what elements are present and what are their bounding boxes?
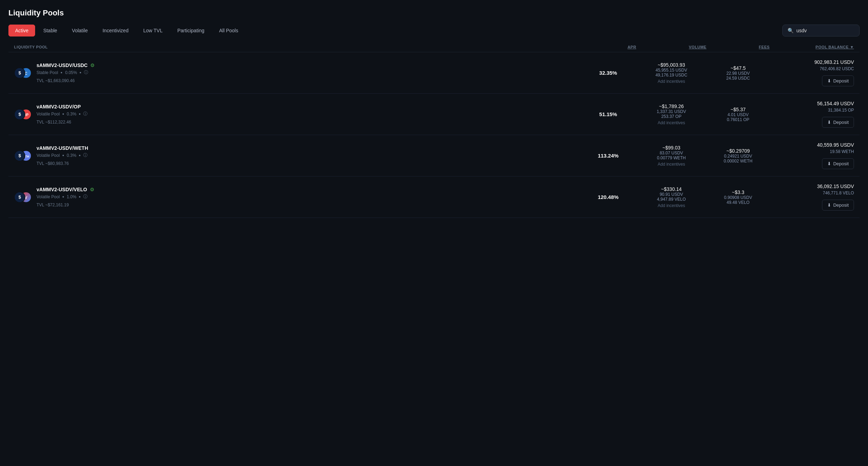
- header-fees[interactable]: FEES: [706, 45, 770, 49]
- pool-balance-cell: 56,154.49 USDV 31,384.15 OP ⬇ Deposit: [770, 101, 854, 128]
- header-pool-balance[interactable]: POOL BALANCE ▼: [770, 45, 854, 49]
- balance-token1: 36,092.15 USDV: [817, 184, 854, 189]
- tabs-and-search-row: Active Stable Volatile Incentivized Low …: [8, 25, 860, 36]
- pool-name-row: vAMMV2-USDV/WETH: [37, 145, 88, 151]
- header-volume[interactable]: VOLUME: [636, 45, 706, 49]
- page-title: Liquidity Pools: [8, 8, 860, 18]
- balance-token2: 31,384.15 OP: [828, 108, 854, 113]
- pool-meta: Volatile Pool 0.3% ⓘ: [37, 111, 87, 117]
- svg-text:$: $: [18, 70, 21, 75]
- fees-token2: 49.48 VELO: [706, 200, 770, 205]
- dot-separator: [80, 72, 81, 73]
- pool-fee: 0.3%: [67, 112, 76, 116]
- search-box: 🔍: [782, 25, 860, 36]
- dot-separator: [63, 113, 64, 115]
- deposit-button[interactable]: ⬇ Deposit: [822, 200, 854, 211]
- table-row: $ C sAMMV2-USDV/USDC ⚙ Stable Pool: [8, 52, 860, 94]
- deposit-icon: ⬇: [827, 78, 831, 84]
- pool-name-group: sAMMV2-USDV/USDC ⚙ Stable Pool 0.05% ⓘ T…: [37, 62, 95, 83]
- volume-cell: ~$99.03 83.07 USDV 0.00779 WETH Add ince…: [636, 145, 706, 167]
- deposit-label: Deposit: [833, 202, 849, 208]
- balance-token1: 902,983.21 USDV: [814, 59, 854, 65]
- tab-all-pools[interactable]: All Pools: [212, 25, 245, 36]
- pool-tvl: TVL ~$80,983.76: [37, 161, 88, 166]
- fees-cell: ~$3.3 0.90908 USDV 49.48 VELO: [706, 189, 770, 205]
- tab-participating[interactable]: Participating: [171, 25, 211, 36]
- pool-name-group: vAMMV2-USDV/WETH Volatile Pool 0.3% ⓘ TV…: [37, 145, 88, 166]
- volume-token1: 90.91 USDV: [636, 192, 706, 197]
- fees-cell: ~$0.29709 0.24921 USDV 0.00002 WETH: [706, 148, 770, 164]
- deposit-icon: ⬇: [827, 202, 831, 208]
- tab-volatile[interactable]: Volatile: [65, 25, 94, 36]
- volume-token2: 49,176.19 USDC: [636, 73, 706, 78]
- token-icon-1: $: [14, 192, 25, 203]
- fees-token1: 0.90908 USDV: [706, 195, 770, 200]
- volume-total: ~$1,789.26: [636, 104, 706, 109]
- deposit-label: Deposit: [833, 78, 849, 84]
- token-icons: $ OP: [14, 108, 32, 121]
- search-input[interactable]: [796, 28, 854, 33]
- dot-separator: [63, 196, 64, 198]
- info-icon[interactable]: ⓘ: [83, 194, 87, 200]
- search-icon: 🔍: [788, 28, 794, 33]
- pool-fee: 1.0%: [67, 194, 76, 199]
- info-icon[interactable]: ⓘ: [84, 69, 88, 75]
- tab-low-tvl[interactable]: Low TVL: [137, 25, 169, 36]
- fees-total: ~$3.3: [706, 189, 770, 195]
- deposit-button[interactable]: ⬇ Deposit: [822, 158, 854, 169]
- fees-token1: 0.24921 USDV: [706, 154, 770, 159]
- fees-token2: 0.76011 OP: [706, 117, 770, 122]
- deposit-label: Deposit: [833, 161, 849, 166]
- table-row: $ OP vAMMV2-USDV/OP Volatile Pool: [8, 94, 860, 135]
- filter-tabs: Active Stable Volatile Incentivized Low …: [8, 25, 245, 36]
- token-icon-1: $: [14, 67, 25, 79]
- pool-info: $ OP vAMMV2-USDV/OP Volatile Pool: [14, 104, 580, 125]
- add-incentives-link[interactable]: Add incentives: [636, 79, 706, 84]
- dot-separator: [61, 72, 62, 73]
- volume-token2: 253.37 OP: [636, 114, 706, 119]
- table-row: $ ETH vAMMV2-USDV/WETH Volatile Pool: [8, 135, 860, 177]
- token-icon-1: $: [14, 109, 25, 120]
- apr-value: 51.15%: [580, 111, 636, 117]
- pool-fee: 0.05%: [65, 70, 77, 75]
- volume-cell: ~$95,003.93 45,955.15 USDV 49,176.19 USD…: [636, 62, 706, 84]
- tab-incentivized[interactable]: Incentivized: [96, 25, 135, 36]
- tab-stable[interactable]: Stable: [37, 25, 64, 36]
- fees-total: ~$5.37: [706, 107, 770, 112]
- dot-separator: [79, 113, 80, 115]
- volume-cell: ~$1,789.26 1,337.31 USDV 253.37 OP Add i…: [636, 104, 706, 125]
- pool-meta: Volatile Pool 0.3% ⓘ: [37, 152, 88, 158]
- pool-name-group: vAMMV2-USDV/OP Volatile Pool 0.3% ⓘ TVL …: [37, 104, 87, 125]
- dot-separator: [79, 196, 80, 198]
- deposit-icon: ⬇: [827, 120, 831, 125]
- add-incentives-link[interactable]: Add incentives: [636, 203, 706, 208]
- header-apr[interactable]: APR: [580, 45, 636, 49]
- fees-total: ~$47.5: [706, 65, 770, 71]
- pool-type: Stable Pool: [37, 70, 58, 75]
- tab-active[interactable]: Active: [8, 25, 35, 36]
- svg-text:$: $: [18, 153, 21, 158]
- svg-text:$: $: [18, 194, 21, 200]
- pool-meta: Stable Pool 0.05% ⓘ: [37, 69, 95, 75]
- token-icons: $ V: [14, 191, 32, 204]
- add-incentives-link[interactable]: Add incentives: [636, 120, 706, 125]
- table-header: LIQUIDITY POOL APR VOLUME FEES POOL BALA…: [8, 45, 860, 52]
- info-icon[interactable]: ⓘ: [83, 111, 87, 117]
- volume-cell: ~$330.14 90.91 USDV 4,947.89 VELO Add in…: [636, 186, 706, 208]
- deposit-button[interactable]: ⬇ Deposit: [822, 117, 854, 128]
- volume-token2: 4,947.89 VELO: [636, 197, 706, 202]
- pool-tvl: TVL ~$1,663,090.46: [37, 78, 95, 83]
- info-icon[interactable]: ⓘ: [83, 152, 87, 158]
- add-incentives-link[interactable]: Add incentives: [636, 162, 706, 167]
- fees-token1: 4.01 USDV: [706, 112, 770, 117]
- volume-total: ~$95,003.93: [636, 62, 706, 68]
- pool-name-row: vAMMV2-USDV/OP: [37, 104, 87, 109]
- table-row: $ V vAMMV2-USDV/VELO ⚙: [8, 177, 860, 218]
- deposit-icon: ⬇: [827, 161, 831, 166]
- pool-table: $ C sAMMV2-USDV/USDC ⚙ Stable Pool: [8, 52, 860, 218]
- fees-token1: 22.98 USDV: [706, 71, 770, 76]
- volume-token2: 0.00779 WETH: [636, 155, 706, 160]
- balance-token1: 40,559.95 USDV: [817, 142, 854, 148]
- pool-name-group: vAMMV2-USDV/VELO ⚙ Volatile Pool 1.0% ⓘ …: [37, 187, 94, 207]
- deposit-button[interactable]: ⬇ Deposit: [822, 75, 854, 86]
